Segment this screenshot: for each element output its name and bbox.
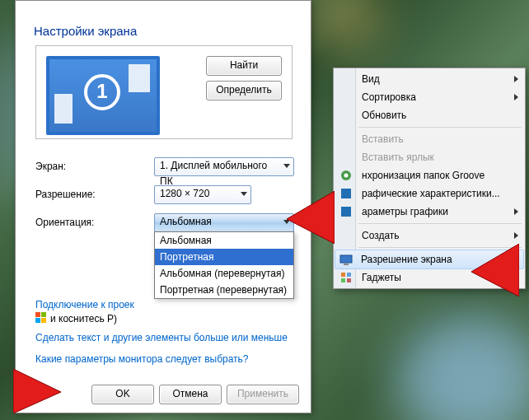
context-menu-item: Вставить [335, 130, 523, 148]
context-menu-item-label: Гаджеты [362, 272, 401, 283]
submenu-arrow-icon [514, 76, 518, 82]
monitor-thumbnail[interactable]: 1 [46, 56, 160, 135]
ok-button[interactable]: OK [91, 385, 154, 404]
context-menu-item[interactable]: нхронизация папок Groove [335, 166, 523, 184]
orientation-combo[interactable]: Альбомная [154, 213, 294, 232]
detect-button[interactable]: Определить [206, 81, 282, 100]
context-menu-item[interactable]: рафические характеристики... [335, 184, 523, 203]
context-menu-item[interactable]: Обновить [335, 106, 523, 124]
context-menu-item-label: нхронизация папок Groove [362, 170, 485, 181]
orientation-option[interactable]: Альбомная (перевернутая) [155, 265, 293, 282]
screen-combo-value: 1. Дисплей мобильного ПК [160, 160, 267, 187]
monitor-number: 1 [84, 74, 120, 110]
orientation-option[interactable]: Портретная [155, 249, 293, 265]
windows-flag-icon [35, 312, 47, 324]
resolution-label: Разрешение: [35, 189, 96, 200]
groove-icon [339, 169, 353, 182]
which-params-link[interactable]: Какие параметры монитора следует выбрать… [35, 353, 249, 365]
submenu-arrow-icon [514, 208, 518, 215]
gadget-icon [339, 271, 353, 284]
svg-rect-9 [347, 278, 351, 282]
context-menu-item: Вставить ярлык [335, 148, 523, 166]
context-menu-item-label: Создать [362, 230, 400, 241]
svg-point-1 [344, 174, 349, 178]
red-arrow-annotation [13, 369, 71, 413]
context-menu-item-label: араметры графики [362, 206, 448, 217]
svg-marker-11 [471, 244, 519, 296]
projector-shortcut-text: и коснитесь P) [50, 313, 117, 324]
context-menu-item[interactable]: Сортировка [335, 88, 523, 106]
chevron-down-icon [241, 192, 247, 196]
context-menu-item-label: рафические характеристики... [362, 188, 500, 199]
resolution-combo[interactable]: 1280 × 720 [154, 185, 251, 204]
dialog-title: Настройки экрана [34, 24, 137, 38]
display-preview-box: 1 Найти Определить [35, 45, 293, 139]
context-menu-item[interactable]: араметры графики [335, 203, 523, 221]
context-menu-item-label: Разрешение экрана [361, 254, 452, 265]
svg-marker-12 [13, 369, 61, 413]
find-button[interactable]: Найти [206, 56, 282, 76]
context-menu-item-label: Вставить [362, 133, 404, 145]
context-menu-item-label: Сортировка [362, 91, 416, 103]
chevron-down-icon [283, 164, 290, 168]
orientation-option[interactable]: Альбомная [155, 232, 293, 249]
context-menu-item-label: Вид [362, 73, 380, 85]
context-menu-item[interactable]: Вид [335, 70, 523, 88]
intel-icon [339, 205, 353, 218]
resolution-combo-value: 1280 × 720 [160, 188, 209, 199]
screen-icon [339, 253, 353, 266]
projector-link[interactable]: Подключение к проек [35, 299, 134, 310]
orientation-option[interactable]: Портретная (перевернутая) [155, 282, 293, 298]
context-menu-item-label: Обновить [362, 110, 406, 121]
svg-rect-4 [340, 255, 352, 263]
screen-label: Экран: [35, 161, 66, 172]
context-menu-separator [358, 223, 522, 224]
context-menu-item-label: Вставить ярлык [362, 152, 434, 163]
screen-combo[interactable]: 1. Дисплей мобильного ПК [154, 157, 294, 176]
orientation-dropdown[interactable]: АльбомнаяПортретнаяАльбомная (перевернут… [154, 231, 294, 299]
context-menu-separator [358, 127, 522, 128]
orientation-combo-value: Альбомная [160, 216, 212, 227]
svg-rect-8 [341, 278, 345, 282]
svg-rect-2 [341, 189, 351, 198]
apply-button[interactable]: Применить [227, 385, 299, 404]
submenu-arrow-icon [514, 94, 518, 100]
desktop-wallpaper: Настройки экрана 1 Найти Определить Экра… [0, 0, 529, 420]
red-arrow-annotation [461, 244, 519, 296]
cancel-button[interactable]: Отмена [159, 385, 222, 404]
submenu-arrow-icon [514, 232, 518, 239]
display-settings-dialog: Настройки экрана 1 Найти Определить Экра… [15, 0, 311, 413]
svg-rect-5 [344, 264, 349, 265]
orientation-label: Ориентация: [35, 217, 94, 228]
svg-rect-7 [347, 273, 351, 277]
intel-icon [339, 187, 353, 200]
context-menu-item[interactable]: Создать [335, 226, 523, 245]
svg-rect-6 [341, 273, 345, 277]
svg-rect-3 [341, 207, 351, 217]
text-size-link[interactable]: Сделать текст и другие элементы больше и… [35, 332, 288, 343]
